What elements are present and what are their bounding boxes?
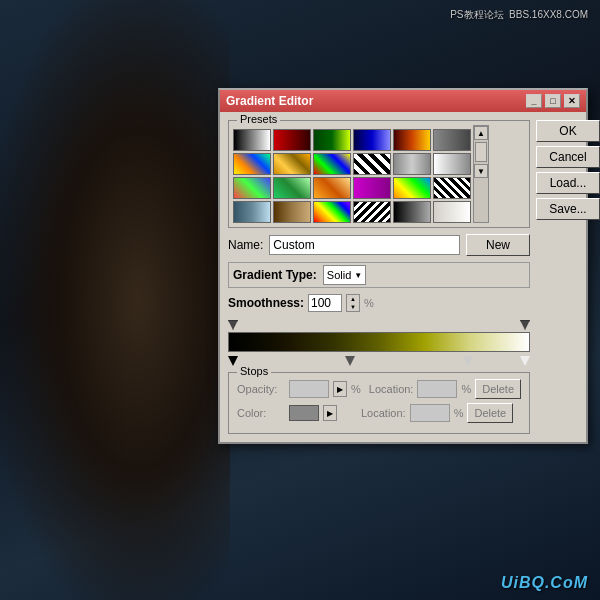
name-row: Name: New (228, 234, 530, 256)
preset-15[interactable] (313, 177, 351, 199)
preset-7[interactable] (233, 153, 271, 175)
preset-21[interactable] (313, 201, 351, 223)
opacity-arrow-btn[interactable]: ▶ (333, 381, 347, 397)
preset-16[interactable] (353, 177, 391, 199)
opacity-label: Opacity: (237, 383, 285, 395)
preset-13[interactable] (233, 177, 271, 199)
color-stop-mid1[interactable] (345, 356, 355, 366)
presets-scrollbar[interactable]: ▲ ▼ (473, 125, 489, 223)
gradient-type-row: Gradient Type: Solid ▼ (228, 262, 530, 288)
opacity-delete-btn[interactable]: Delete (475, 379, 521, 399)
smoothness-label: Smoothness: (228, 296, 304, 310)
opacity-input[interactable] (289, 380, 329, 398)
preset-14[interactable] (273, 177, 311, 199)
stops-group: Stops Opacity: ▶ % Location: % Delete Co… (228, 372, 530, 434)
scroll-up-btn[interactable]: ▲ (474, 126, 488, 140)
load-button[interactable]: Load... (536, 172, 600, 194)
presets-wrapper: ▲ ▼ (233, 125, 525, 223)
opacity-location-label: Location: (369, 383, 414, 395)
gradient-bar[interactable] (228, 332, 530, 352)
stops-group-label: Stops (237, 365, 271, 377)
preset-3[interactable] (313, 129, 351, 151)
color-location-input[interactable] (410, 404, 450, 422)
scroll-down-btn[interactable]: ▼ (474, 164, 488, 178)
color-delete-btn[interactable]: Delete (467, 403, 513, 423)
color-label: Color: (237, 407, 285, 419)
name-label: Name: (228, 238, 263, 252)
gradient-type-value: Solid (327, 269, 351, 281)
presets-scroll (233, 125, 471, 223)
name-input[interactable] (269, 235, 460, 255)
dialog-body: Presets (220, 112, 586, 442)
select-arrow-icon: ▼ (354, 271, 362, 280)
preset-5[interactable] (393, 129, 431, 151)
color-stops-row (228, 354, 530, 366)
preset-17[interactable] (393, 177, 431, 199)
opacity-row: Opacity: ▶ % Location: % Delete (237, 379, 521, 399)
color-arrow-btn[interactable]: ▶ (323, 405, 337, 421)
preset-10[interactable] (353, 153, 391, 175)
color-row: Color: ▶ Location: % Delete (237, 403, 521, 423)
gradient-bar-area (228, 320, 530, 366)
color-location-label: Location: (361, 407, 406, 419)
cancel-button[interactable]: Cancel (536, 146, 600, 168)
preset-8[interactable] (273, 153, 311, 175)
gradient-type-label: Gradient Type: (233, 268, 317, 282)
site-watermark: UiBQ.CoM (501, 574, 588, 592)
maximize-button[interactable]: □ (545, 94, 561, 108)
preset-23[interactable] (393, 201, 431, 223)
gradient-type-select[interactable]: Solid ▼ (323, 265, 366, 285)
opacity-stops-row (228, 320, 530, 330)
preset-22[interactable] (353, 201, 391, 223)
opacity-stop-right[interactable] (520, 320, 530, 330)
opacity-location-unit: % (461, 383, 471, 395)
scroll-thumb[interactable] (475, 142, 487, 162)
opacity-unit: % (351, 383, 361, 395)
close-button[interactable]: ✕ (564, 94, 580, 108)
preset-12[interactable] (433, 153, 471, 175)
smoothness-input[interactable]: 100 (308, 294, 342, 312)
background-figure (0, 0, 230, 600)
preset-24[interactable] (433, 201, 471, 223)
presets-row-1 (233, 129, 471, 151)
preset-4[interactable] (353, 129, 391, 151)
opacity-stop-left[interactable] (228, 320, 238, 330)
site-watermark-top: PS教程论坛 BBS.16XX8.COM (450, 8, 588, 22)
preset-1[interactable] (233, 129, 271, 151)
preset-19[interactable] (233, 201, 271, 223)
new-button[interactable]: New (466, 234, 530, 256)
dialog-left-panel: Presets (228, 120, 530, 434)
preset-18[interactable] (433, 177, 471, 199)
smoothness-unit: % (364, 297, 374, 309)
presets-group: Presets (228, 120, 530, 228)
dialog-title: Gradient Editor (226, 94, 313, 108)
color-stop-white[interactable] (520, 356, 530, 366)
color-swatch[interactable] (289, 405, 319, 421)
color-location-unit: % (454, 407, 464, 419)
smoothness-value: 100 (311, 296, 331, 310)
presets-row-2 (233, 153, 471, 175)
preset-9[interactable] (313, 153, 351, 175)
ok-button[interactable]: OK (536, 120, 600, 142)
preset-20[interactable] (273, 201, 311, 223)
opacity-location-input[interactable] (417, 380, 457, 398)
presets-row-4 (233, 201, 471, 223)
stepper-down[interactable]: ▼ (347, 303, 359, 311)
stepper-up[interactable]: ▲ (347, 295, 359, 303)
color-stop-mid2[interactable] (463, 356, 473, 366)
minimize-button[interactable]: _ (526, 94, 542, 108)
presets-label: Presets (237, 113, 280, 125)
gradient-editor-dialog: Gradient Editor _ □ ✕ Presets (218, 88, 588, 444)
preset-2[interactable] (273, 129, 311, 151)
smoothness-row: Smoothness: 100 ▲ ▼ % (228, 294, 530, 312)
window-controls: _ □ ✕ (526, 94, 580, 108)
save-button[interactable]: Save... (536, 198, 600, 220)
presets-grid (233, 129, 471, 223)
preset-6[interactable] (433, 129, 471, 151)
preset-11[interactable] (393, 153, 431, 175)
presets-row-3 (233, 177, 471, 199)
smoothness-stepper[interactable]: ▲ ▼ (346, 294, 360, 312)
dialog-title-bar: Gradient Editor _ □ ✕ (220, 90, 586, 112)
dialog-right-panel: OK Cancel Load... Save... (536, 120, 600, 434)
